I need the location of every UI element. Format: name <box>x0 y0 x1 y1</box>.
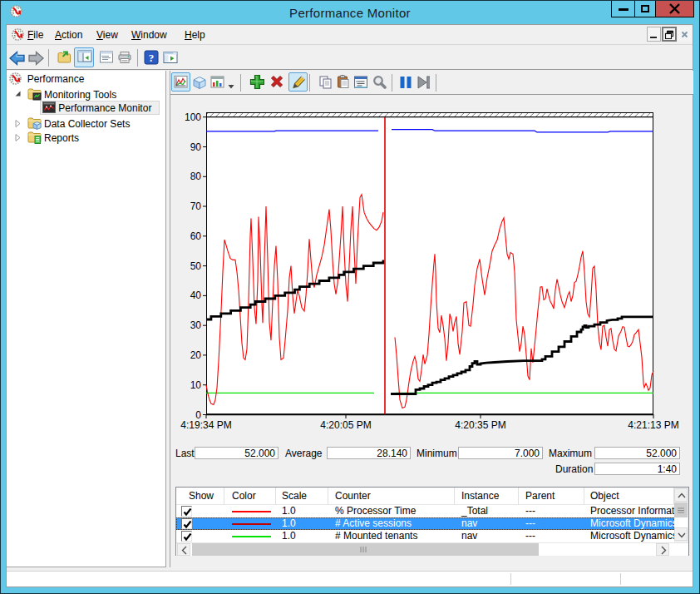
svg-text:4:19:34 PM: 4:19:34 PM <box>180 419 231 431</box>
svg-text:20: 20 <box>190 349 202 361</box>
svg-text:30: 30 <box>190 319 202 331</box>
svg-text:10: 10 <box>190 379 202 391</box>
svg-text:100: 100 <box>185 111 201 123</box>
svg-text:80: 80 <box>190 171 202 182</box>
svg-text:4:20:05 PM: 4:20:05 PM <box>320 419 371 431</box>
svg-text:?: ? <box>149 52 155 64</box>
svg-text:70: 70 <box>190 200 202 212</box>
svg-text:50: 50 <box>190 260 202 272</box>
svg-text:4:21:13 PM: 4:21:13 PM <box>628 419 678 431</box>
svg-text:4:20:35 PM: 4:20:35 PM <box>455 419 505 431</box>
svg-text:60: 60 <box>190 230 202 242</box>
svg-text:90: 90 <box>190 141 202 153</box>
svg-text:40: 40 <box>190 290 202 301</box>
